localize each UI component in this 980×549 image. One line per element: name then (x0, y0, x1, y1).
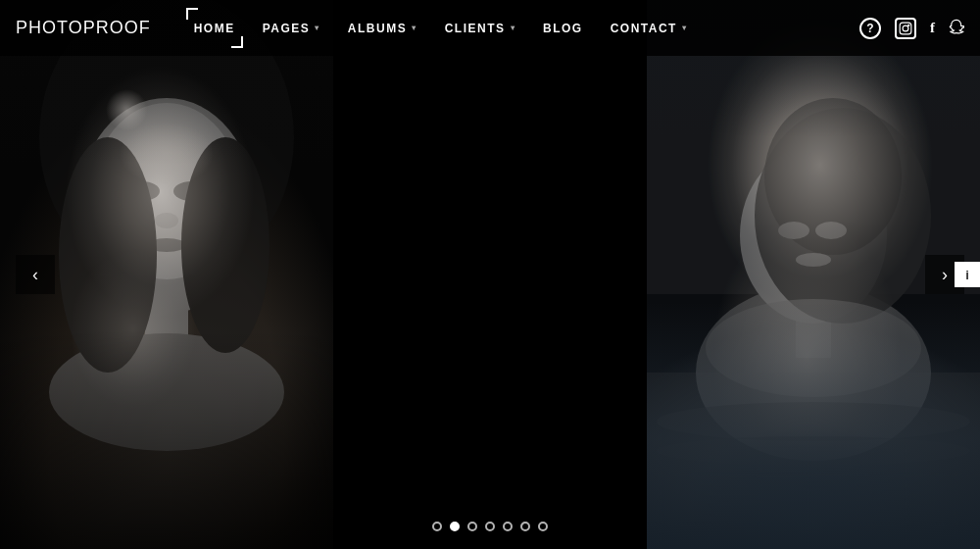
svg-point-6 (147, 238, 186, 252)
svg-point-20 (815, 222, 847, 239)
nav-item-blog[interactable]: BLOG (529, 0, 597, 56)
svg-point-24 (657, 436, 970, 466)
svg-point-9 (59, 137, 157, 373)
navbar: PHOTOPROOF HOME PAGES ▾ ALBUMS ▾ CLIENTS… (0, 0, 980, 56)
snapchat-icon[interactable] (949, 19, 964, 38)
svg-point-21 (796, 253, 831, 267)
svg-point-27 (908, 25, 909, 25)
svg-point-14 (696, 284, 931, 461)
svg-point-17 (755, 108, 931, 324)
nav-item-home[interactable]: HOME (180, 0, 249, 56)
svg-rect-25 (900, 23, 911, 34)
logo[interactable]: PHOTOPROOF (16, 18, 151, 38)
prev-arrow[interactable]: ‹ (16, 255, 55, 294)
dot-5[interactable] (503, 522, 513, 531)
svg-point-10 (181, 137, 270, 353)
svg-point-1 (78, 98, 255, 314)
dot-7[interactable] (538, 522, 548, 531)
svg-rect-15 (796, 289, 831, 358)
contact-arrow: ▾ (682, 24, 688, 32)
svg-point-18 (764, 98, 902, 255)
svg-point-23 (657, 402, 970, 441)
dot-2[interactable] (450, 522, 460, 531)
svg-point-2 (93, 103, 240, 279)
nav-item-contact[interactable]: CONTACT ▾ (597, 0, 702, 56)
dot-1[interactable] (432, 522, 442, 531)
panel-center (333, 0, 647, 549)
help-icon[interactable]: ? (859, 18, 881, 39)
info-icon[interactable]: i (955, 262, 980, 287)
nav-item-albums[interactable]: ALBUMS ▾ (334, 0, 431, 56)
dot-6[interactable] (520, 522, 530, 531)
clients-arrow: ▾ (511, 24, 516, 32)
svg-point-16 (740, 147, 887, 324)
facebook-icon[interactable]: f (930, 20, 935, 36)
svg-rect-7 (145, 299, 188, 358)
instagram-icon[interactable] (895, 18, 916, 39)
slideshow (0, 0, 980, 549)
pages-arrow: ▾ (315, 24, 320, 32)
svg-point-3 (124, 181, 160, 201)
svg-point-5 (155, 213, 178, 228)
svg-point-8 (49, 333, 284, 451)
svg-point-22 (706, 299, 921, 397)
logo-part1: PHOTO (16, 18, 83, 37)
svg-point-4 (173, 181, 209, 201)
nav-items: HOME PAGES ▾ ALBUMS ▾ CLIENTS ▾ BLOG CON… (180, 0, 859, 56)
dot-3[interactable] (467, 522, 477, 531)
albums-arrow: ▾ (412, 24, 417, 32)
nav-item-clients[interactable]: CLIENTS ▾ (431, 0, 529, 56)
nav-icons: ? f (859, 18, 964, 39)
slideshow-dots (432, 522, 548, 531)
nav-item-pages[interactable]: PAGES ▾ (249, 0, 334, 56)
svg-rect-13 (647, 373, 980, 549)
logo-part2: PROOF (83, 18, 151, 37)
svg-point-26 (903, 25, 908, 31)
svg-point-19 (778, 222, 809, 239)
dot-4[interactable] (485, 522, 495, 531)
